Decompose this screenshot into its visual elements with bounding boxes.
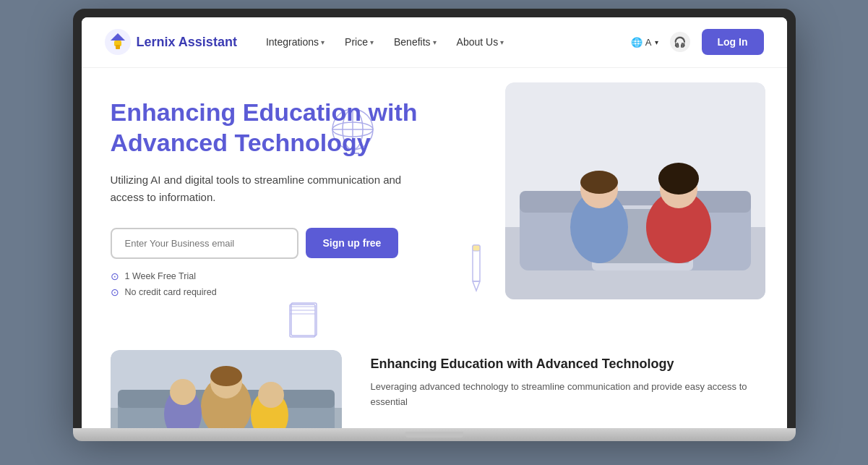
logo-text: Lernix Assistant	[137, 35, 237, 50]
laptop-wrapper: Lernix Assistant Integrations ▾ Price ▾ …	[73, 9, 796, 457]
lang-chevron: ▾	[655, 38, 658, 46]
trust-items: ⊙ 1 Week Free Trial ⊙ No credit card req…	[111, 270, 486, 298]
lang-icon: 🌐	[631, 37, 643, 48]
check-icon-1: ⊙	[111, 270, 119, 282]
bottom-section: Enhancing Education with Advanced Techno…	[82, 350, 787, 428]
nav-integrations[interactable]: Integrations ▾	[266, 36, 325, 48]
svg-rect-3	[116, 45, 120, 49]
bottom-image	[111, 350, 342, 428]
about-chevron: ▾	[500, 38, 504, 46]
bottom-title: Enhancing Education with Advanced Techno…	[371, 356, 758, 372]
lang-selector[interactable]: 🌐 A ▾	[631, 37, 658, 48]
trust-label-1: 1 Week Free Trial	[125, 271, 196, 281]
laptop-notch	[405, 432, 463, 438]
hero-title: Enhancing Education with Advanced Techno…	[111, 97, 486, 158]
trust-item-trial: ⊙ 1 Week Free Trial	[111, 270, 486, 282]
check-icon-2: ⊙	[111, 286, 119, 298]
support-icon[interactable]: 🎧	[670, 32, 690, 52]
email-input[interactable]	[111, 228, 298, 259]
laptop-screen-inner: Lernix Assistant Integrations ▾ Price ▾ …	[82, 17, 787, 428]
laptop-screen-outer: Lernix Assistant Integrations ▾ Price ▾ …	[73, 9, 796, 428]
family-svg	[111, 350, 342, 428]
svg-point-34	[580, 171, 618, 194]
hero-subtitle: Utilizing AI and digital tools to stream…	[111, 171, 414, 206]
trust-label-2: No credit card required	[125, 287, 217, 297]
logo-icon	[105, 29, 131, 55]
laptop-base	[73, 428, 796, 441]
bottom-description: Leveraging advanced technology to stream…	[371, 380, 758, 410]
svg-point-48	[258, 382, 284, 408]
svg-point-46	[170, 379, 196, 405]
students-svg	[505, 82, 765, 299]
price-chevron: ▾	[370, 38, 374, 46]
signup-button[interactable]: Sign up free	[306, 228, 399, 258]
lang-label: A	[645, 37, 652, 48]
hero-left: Enhancing Education with Advanced Techno…	[111, 97, 486, 328]
svg-point-37	[658, 163, 699, 195]
navbar: Lernix Assistant Integrations ▾ Price ▾ …	[82, 17, 787, 68]
email-form: Sign up free	[111, 228, 486, 259]
nav-right: 🌐 A ▾ 🎧 Log In	[631, 29, 764, 55]
trust-item-card: ⊙ No credit card required	[111, 286, 486, 298]
integrations-chevron: ▾	[321, 38, 325, 46]
nav-links: Integrations ▾ Price ▾ Benefits ▾ About …	[266, 36, 631, 48]
svg-point-44	[210, 366, 242, 386]
logo-area[interactable]: Lernix Assistant	[105, 29, 237, 55]
hero-right-image	[505, 82, 765, 299]
benefits-chevron: ▾	[433, 38, 437, 46]
login-button[interactable]: Log In	[702, 29, 764, 55]
hero-section: Enhancing Education with Advanced Techno…	[82, 68, 787, 343]
nav-benefits[interactable]: Benefits ▾	[394, 36, 437, 48]
nav-about[interactable]: About Us ▾	[457, 36, 504, 48]
bottom-text: Enhancing Education with Advanced Techno…	[371, 350, 758, 428]
nav-price[interactable]: Price ▾	[345, 36, 374, 48]
